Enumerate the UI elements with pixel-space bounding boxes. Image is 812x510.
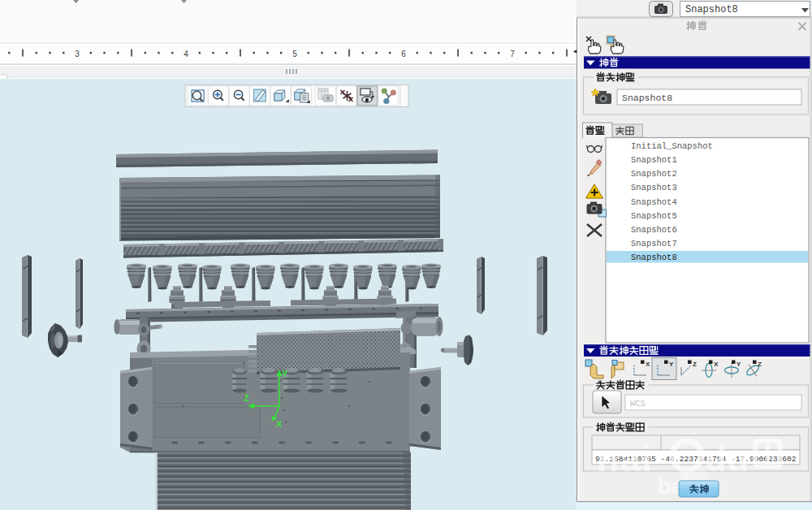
svg-text:Y: Y: [669, 361, 674, 368]
svg-text:4: 4: [184, 50, 188, 58]
svg-text:Snapshot8: Snapshot8: [685, 4, 738, 15]
svg-text:7: 7: [510, 50, 515, 58]
svg-text:nai: nai: [597, 439, 654, 478]
svg-text:X: X: [714, 361, 719, 368]
svg-text:Snapshot6: Snapshot6: [631, 225, 677, 235]
svg-text:3: 3: [75, 50, 80, 58]
svg-text:5: 5: [292, 50, 297, 58]
svg-text:Snapshot2: Snapshot2: [631, 169, 677, 179]
svg-text:Snapshot1: Snapshot1: [631, 155, 677, 165]
svg-text:X: X: [276, 419, 283, 429]
svg-text:Y: Y: [736, 361, 741, 368]
svg-text:du: du: [705, 439, 749, 478]
svg-text:Snapshot8: Snapshot8: [631, 253, 677, 262]
svg-text:Snapshot7: Snapshot7: [631, 239, 677, 249]
svg-text:X: X: [646, 361, 650, 368]
svg-text:Z: Z: [244, 393, 249, 403]
svg-text:Snapshot5: Snapshot5: [631, 211, 677, 221]
svg-text:Z: Z: [693, 361, 697, 368]
svg-text:Y: Y: [282, 369, 288, 378]
svg-text:Initial_Snapshot: Initial_Snapshot: [631, 141, 713, 151]
svg-text:Snapshot4: Snapshot4: [631, 197, 677, 207]
svg-text:WCS: WCS: [630, 399, 646, 408]
svg-text:Snapshot3: Snapshot3: [631, 183, 677, 192]
svg-text:6: 6: [401, 50, 406, 58]
svg-text:Z: Z: [758, 361, 762, 368]
svg-text:Snapshot8: Snapshot8: [622, 93, 672, 103]
